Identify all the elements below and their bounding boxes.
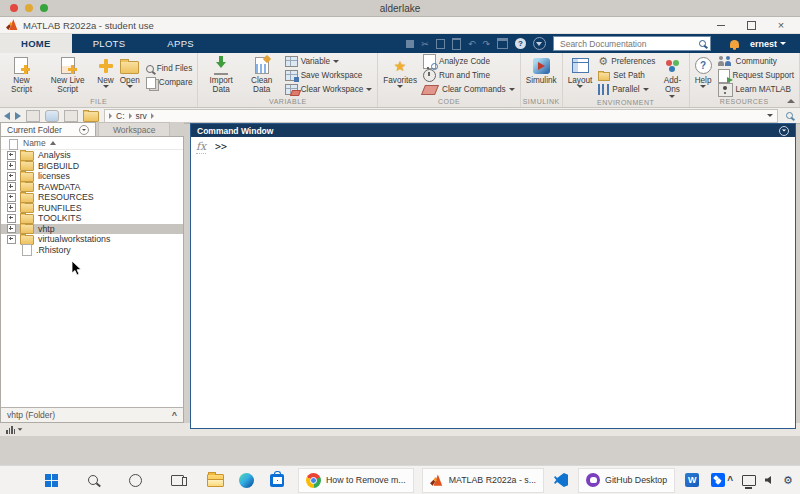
word-button[interactable]: W — [683, 471, 701, 489]
save-icon[interactable] — [406, 40, 414, 48]
command-window-header[interactable]: Command Window — [191, 124, 795, 137]
print-icon[interactable] — [497, 38, 508, 49]
expand-icon[interactable] — [7, 224, 16, 233]
community-button[interactable]: Community — [718, 55, 794, 68]
new-script-button[interactable]: New Script — [2, 54, 41, 97]
status-widget-icon[interactable] — [6, 426, 15, 434]
matlab-window-button[interactable]: MATLAB R2022a - s... — [422, 468, 544, 493]
network-icon[interactable] — [742, 475, 756, 486]
help-button[interactable]: ? Help — [692, 54, 715, 97]
help-circle-icon[interactable]: ? — [515, 38, 526, 49]
task-view-button[interactable] — [168, 471, 186, 489]
tree-item-bigbuild[interactable]: BIGBUILD — [1, 161, 183, 172]
ribbon-collapse-button[interactable] — [787, 99, 795, 103]
tree-item-resources[interactable]: RESOURCES — [1, 192, 183, 203]
tree-item-vhtp-selected[interactable]: vhtp — [1, 224, 183, 235]
tree-item-rhistory[interactable]: .Rhistory — [1, 245, 183, 256]
qat-menu-icon[interactable] — [533, 37, 546, 50]
notification-bell-icon[interactable] — [730, 40, 739, 48]
user-menu[interactable]: ernest — [750, 39, 792, 49]
tray-expand-icon[interactable]: ^ — [727, 475, 733, 486]
back-icon[interactable] — [4, 112, 10, 120]
breadcrumb-drive[interactable]: C: — [116, 111, 125, 121]
learn-matlab-button[interactable]: Learn MATLAB — [718, 83, 794, 96]
open-button[interactable]: Open — [117, 54, 143, 97]
panel-menu-icon[interactable] — [79, 125, 89, 135]
request-support-button[interactable]: Request Support — [718, 69, 794, 82]
github-desktop-button[interactable]: GitHub Desktop — [578, 468, 675, 493]
set-path-button[interactable]: Set Path — [598, 69, 655, 82]
search-documentation-input[interactable] — [558, 38, 699, 50]
variable-button[interactable]: Variable — [285, 55, 373, 68]
tab-current-folder[interactable]: Current Folder — [0, 122, 96, 136]
vscode-button[interactable] — [552, 471, 570, 489]
clear-workspace-button[interactable]: Clear Workspace — [285, 83, 373, 96]
expand-icon[interactable] — [7, 172, 16, 181]
fx-icon[interactable]: fx — [196, 140, 206, 154]
address-dropdown-icon[interactable] — [767, 114, 773, 117]
new-button[interactable]: New — [94, 54, 116, 97]
search-subfolders-icon[interactable] — [64, 110, 78, 122]
clear-commands-button[interactable]: Clear Commands — [423, 83, 515, 96]
favorites-button[interactable]: ★ Favorites — [380, 54, 420, 97]
command-window-menu-icon[interactable] — [779, 126, 789, 136]
expand-icon[interactable] — [7, 214, 16, 223]
minimize-button[interactable] — [706, 18, 736, 32]
forward-icon[interactable] — [15, 112, 21, 120]
dropbox-button[interactable] — [709, 471, 727, 489]
copy-icon[interactable] — [436, 39, 445, 49]
tree-item-runfiles[interactable]: RUNFILES — [1, 203, 183, 214]
clean-data-button[interactable]: Clean Data — [242, 54, 282, 97]
add-ons-button[interactable]: Add-Ons — [658, 54, 686, 98]
preferences-button[interactable]: ⚙ Preferences — [598, 55, 655, 68]
expand-icon[interactable] — [7, 203, 16, 212]
layout-button[interactable]: Layout — [565, 54, 596, 98]
cortana-button[interactable] — [126, 471, 144, 489]
address-search-icon[interactable] — [786, 112, 793, 119]
redo-icon[interactable]: ↷ — [482, 39, 490, 49]
collapse-details-icon[interactable]: ^ — [172, 411, 177, 420]
tree-item-toolkits[interactable]: TOOLKITS — [1, 213, 183, 224]
find-files-button[interactable]: Find Files — [146, 62, 193, 75]
expand-icon[interactable] — [7, 151, 16, 160]
breadcrumb-folder[interactable]: srv — [136, 111, 147, 121]
breadcrumb[interactable]: C: srv — [104, 109, 778, 123]
import-data-button[interactable]: Import Data — [200, 54, 241, 97]
undo-icon[interactable]: ↶ — [468, 39, 476, 49]
chrome-window-button[interactable]: How to Remove m... — [298, 468, 414, 493]
expand-icon[interactable] — [7, 161, 16, 170]
save-workspace-button[interactable]: Save Workspace — [285, 69, 373, 82]
column-header-name[interactable]: Name — [1, 137, 183, 150]
expand-icon[interactable] — [7, 235, 16, 244]
close-button[interactable]: × — [766, 18, 796, 32]
command-prompt[interactable]: >> — [215, 141, 227, 152]
tree-item-licenses[interactable]: licenses — [1, 171, 183, 182]
tree-item-analysis[interactable]: Analysis — [1, 150, 183, 161]
file-explorer-button[interactable] — [206, 471, 224, 489]
taskbar-search-button[interactable] — [84, 471, 102, 489]
browse-folder-icon[interactable] — [26, 110, 40, 122]
settings-gear-icon[interactable]: ⚙ — [783, 475, 793, 486]
tab-home[interactable]: HOME — [0, 34, 72, 53]
tab-plots[interactable]: PLOTS — [72, 34, 147, 53]
tree-item-rawdata[interactable]: RAWDATA — [1, 182, 183, 193]
start-button[interactable] — [42, 471, 60, 489]
simulink-button[interactable]: Simulink — [523, 54, 560, 97]
expand-icon[interactable] — [7, 193, 16, 202]
new-live-script-button[interactable]: New Live Script — [41, 54, 94, 97]
paste-icon[interactable] — [452, 38, 461, 50]
analyze-code-button[interactable]: Analyze Code — [423, 55, 515, 68]
tab-apps[interactable]: APPS — [146, 34, 215, 53]
run-and-time-button[interactable]: Run and Time — [423, 69, 515, 82]
search-documentation-box[interactable] — [553, 36, 711, 51]
edge-button[interactable] — [237, 471, 255, 489]
details-bar[interactable]: vhtp (Folder) ^ — [0, 407, 184, 423]
command-window-body[interactable]: fx >> — [191, 137, 795, 428]
volume-icon[interactable] — [765, 476, 771, 484]
restore-button[interactable] — [736, 18, 766, 32]
tab-workspace[interactable]: Workspace — [98, 122, 170, 136]
store-button[interactable] — [268, 471, 286, 489]
compare-button[interactable]: Compare — [146, 76, 193, 89]
parallel-button[interactable]: Parallel — [598, 83, 655, 96]
expand-icon[interactable] — [7, 182, 16, 191]
